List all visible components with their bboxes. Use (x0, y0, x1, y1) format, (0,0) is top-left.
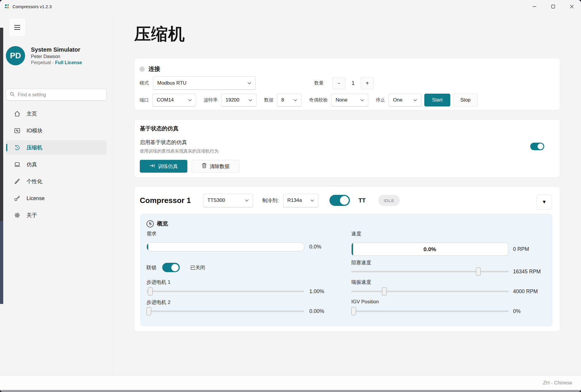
choke-speed-slider[interactable] (351, 267, 509, 276)
connection-mode-row: 模式 Modbus RTU 数量 - 1 + (139, 76, 556, 90)
baud-select[interactable]: 19200 (221, 94, 257, 106)
overview-title: 概览 (157, 220, 168, 228)
sidebar-item-simulation[interactable]: 仿真 (6, 157, 107, 172)
sidebar-item-home[interactable]: 主页 (6, 106, 107, 121)
stepper2-value: 0.00% (309, 308, 324, 314)
interlock-label: 联锁 (146, 264, 156, 271)
sidebar-item-io-modules[interactable]: IO模块 (6, 123, 107, 138)
interlock-row: 联锁 已关闭 (146, 263, 205, 272)
connection-card: 连接 模式 Modbus RTU 数量 - 1 + (134, 58, 560, 110)
speed-percent: 0.0% (423, 246, 436, 253)
connection-title: 连接 (149, 65, 160, 73)
search-input[interactable] (18, 92, 100, 97)
window-bottom-edge (0, 390, 581, 392)
interlock-state: 已关闭 (190, 264, 205, 271)
chevron-down-icon (294, 97, 297, 103)
title-bar: Compressors v1.2.3 (0, 0, 581, 13)
stepper2-label: 步进电机 2 (146, 299, 170, 306)
igv-position-label: IGV Position (351, 299, 379, 305)
compressor-header: Compressor 1 TTS300 制冷剂: R134a TT IDLE (140, 193, 555, 207)
chevron-down-icon (310, 198, 314, 203)
avatar: PD (6, 46, 25, 65)
sidebar-item-personalization[interactable]: 个性化 (6, 174, 107, 189)
sidebar-nav: 主页 IO模块 压缩机 (6, 106, 107, 225)
chevron-down-icon (360, 97, 364, 103)
baud-label: 波特率 (204, 97, 218, 103)
demand-progressbar (146, 242, 304, 251)
collapse-button[interactable]: ▼ (537, 195, 552, 210)
sidebar-item-label: 关于 (27, 212, 37, 219)
gauge-icon: S (146, 220, 154, 228)
stepper2-slider[interactable] (146, 307, 304, 315)
user-block: PD System Simulator Peter Dawson Perpetu… (6, 46, 82, 65)
igv-position-value: 0% (513, 308, 521, 314)
mode-select[interactable]: Modbus RTU (153, 76, 256, 90)
refrigerant-label: 制冷剂: (262, 197, 279, 204)
slider-thumb[interactable] (351, 307, 356, 315)
refrigerant-select[interactable]: R134a (283, 194, 318, 207)
home-icon (14, 110, 21, 117)
chevron-down-icon (249, 97, 252, 103)
user-title: System Simulator (31, 46, 82, 53)
sidebar-item-about[interactable]: 关于 (6, 208, 107, 223)
slider-thumb[interactable] (146, 307, 151, 315)
language-indicator: ZH - Chinese (543, 380, 572, 386)
sidebar-item-label: 主页 (27, 110, 37, 117)
model-select[interactable]: TTS300 (203, 194, 253, 207)
stepper1-slider[interactable] (146, 287, 304, 295)
state-sim-title: 基于状态的仿真 (140, 125, 179, 132)
overview-panel: S 概览 需求 0.0% 联锁 已关闭 步进电机 1 (140, 214, 552, 326)
stop-bits-label: 停止 (376, 97, 385, 103)
stop-bits-select[interactable]: One (389, 94, 421, 106)
collapse-triangle-icon: ▼ (542, 199, 547, 205)
trash-icon (202, 163, 207, 170)
slider-thumb[interactable] (476, 267, 481, 276)
slider-thumb[interactable] (382, 287, 387, 295)
settings-search[interactable] (6, 89, 107, 101)
count-value: 1 (350, 80, 356, 86)
speed-label: 速度 (351, 230, 361, 237)
train-arrow-icon (149, 163, 155, 169)
compressor-count-group: 数量 - 1 + (314, 76, 374, 90)
sidebar-item-label: License (27, 195, 45, 202)
interlock-toggle[interactable] (162, 263, 180, 272)
state-sim-enable-label: 启用基于状态的仿真 (140, 139, 187, 146)
port-label: 端口 (139, 97, 149, 103)
maximize-button[interactable] (544, 0, 562, 13)
port-select[interactable]: COM14 (152, 94, 196, 106)
slider-thumb[interactable] (148, 287, 153, 295)
data-bits-select[interactable]: 8 (277, 94, 301, 106)
compressor-name: Compressor 1 (140, 196, 191, 205)
desktop-edge-strip (0, 28, 3, 221)
surge-speed-slider[interactable] (351, 287, 509, 295)
choke-speed-label: 阻塞速度 (351, 259, 371, 266)
count-decrement-button[interactable]: - (332, 77, 346, 89)
count-increment-button[interactable]: + (361, 77, 374, 89)
sidebar-item-license[interactable]: License (6, 191, 107, 206)
compressor-icon (14, 144, 21, 151)
license-key-icon (14, 195, 21, 202)
minimize-button[interactable] (525, 0, 544, 13)
chevron-down-icon (247, 80, 251, 86)
app-window: Compressors v1.2.3 PD System Simulator (0, 0, 581, 392)
igv-position-slider[interactable] (351, 307, 509, 315)
user-name: Peter Dawson (31, 54, 82, 59)
sidebar-item-label: 压缩机 (27, 144, 42, 151)
sidebar-item-label: 个性化 (27, 178, 42, 185)
parity-select[interactable]: None (331, 94, 368, 106)
connection-status-dot (139, 66, 145, 72)
stop-button[interactable]: Stop (453, 94, 478, 106)
train-simulation-button[interactable]: 训练仿真 (140, 160, 187, 173)
about-gear-icon (14, 212, 21, 219)
page-title: 压缩机 (134, 23, 581, 46)
compressor-enable-toggle[interactable] (329, 195, 350, 206)
sidebar-item-compressors[interactable]: 压缩机 (6, 140, 107, 155)
io-module-icon (14, 127, 21, 134)
start-button[interactable]: Start (424, 94, 450, 106)
hamburger-menu-button[interactable] (9, 18, 26, 37)
clear-data-button[interactable]: 清除数据 (192, 160, 239, 173)
app-logo-icon (4, 4, 10, 9)
close-button[interactable] (562, 0, 581, 13)
state-sim-toggle[interactable] (530, 143, 544, 150)
search-icon (10, 92, 15, 98)
